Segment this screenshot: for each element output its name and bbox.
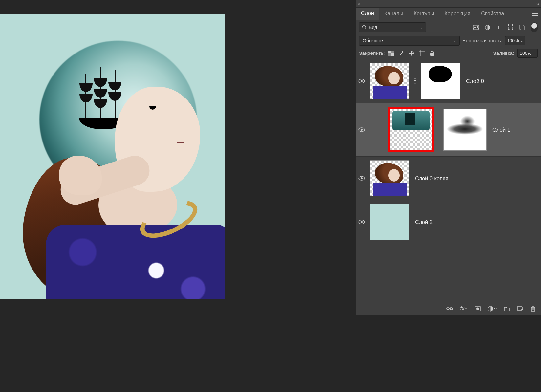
filter-shape-icon[interactable] [508,24,513,30]
opacity-value: 100% [507,38,519,43]
blend-mode-select[interactable]: Обычные ⌄ [359,36,460,46]
svg-rect-10 [508,24,509,26]
svg-rect-13 [512,29,513,30]
svg-line-4 [365,28,367,29]
document-canvas[interactable] [0,14,225,299]
svg-rect-18 [391,53,394,56]
visibility-icon[interactable] [357,176,366,181]
lock-brush-icon[interactable] [398,50,404,56]
fill-label: Заливка: [493,50,514,56]
svg-point-3 [363,25,366,28]
svg-text:T: T [497,25,500,30]
tab-layers[interactable]: Слои [356,8,379,20]
visibility-icon[interactable] [357,220,366,224]
workspace: × ‹‹ Слои Каналы Контуры Коррекция Свойс… [0,0,541,392]
layer-thumbnail[interactable] [370,204,409,240]
svg-point-6 [477,26,478,27]
svg-rect-29 [430,53,434,56]
close-icon[interactable]: × [358,1,360,6]
layer-mask-thumbnail[interactable] [443,109,487,151]
filter-type-icons: T [473,22,538,32]
adjustment-layer-icon[interactable] [488,306,497,312]
blend-opacity-row: Обычные ⌄ Непрозрачность: 100% ⌄ [356,34,541,47]
svg-rect-20 [420,51,424,55]
link-layers-icon[interactable] [446,307,453,311]
layer-row[interactable]: Слой 2 [356,200,541,244]
layer-filter-row: Вид ⌄ T [356,20,541,34]
tab-properties[interactable]: Свойства [476,8,509,20]
svg-point-31 [361,80,363,82]
chevron-down-icon: ⌄ [520,39,523,43]
svg-rect-17 [388,51,391,53]
layer-thumbnail[interactable] [389,109,433,151]
layer-fx-icon[interactable]: fx [460,306,467,312]
new-layer-icon[interactable] [517,306,523,311]
filter-pixel-icon[interactable] [473,25,479,30]
lock-fill-row: Закрепить: Заливка: 100% ⌄ [356,47,541,59]
chevron-down-icon: ⌄ [533,52,535,55]
blend-mode-value: Обычные [363,38,383,43]
layer-name[interactable]: Слой 0 копия [415,175,448,182]
svg-point-37 [361,177,363,179]
filter-kind-label: Вид [369,25,377,30]
svg-point-33 [414,81,416,83]
tab-paths[interactable]: Контуры [408,8,440,20]
svg-point-35 [361,129,363,131]
svg-point-39 [361,221,363,223]
svg-rect-9 [508,25,513,30]
add-mask-icon[interactable] [475,306,481,311]
svg-point-44 [476,307,479,310]
layer-name[interactable]: Слой 0 [466,78,484,84]
new-group-icon[interactable] [504,306,510,311]
delete-layer-icon[interactable] [530,306,536,312]
panel-titlebar: × ‹‹ [356,0,541,8]
opacity-input[interactable]: 100% ⌄ [505,36,525,45]
tab-channels[interactable]: Каналы [379,8,408,20]
filter-type-icon[interactable]: T [496,25,502,30]
filter-toggle[interactable] [531,22,538,32]
artwork-dress [46,225,225,299]
mask-link-icon[interactable] [412,78,418,85]
app-root: × ‹‹ Слои Каналы Контуры Коррекция Свойс… [0,0,541,392]
layer-row[interactable]: Слой 0 копия [356,157,541,200]
layer-thumbnail[interactable] [370,63,409,99]
panel-footer: fx [356,302,541,315]
svg-point-32 [414,78,416,81]
visibility-icon[interactable] [357,127,366,132]
panel-menu-icon[interactable] [529,8,541,20]
chevron-down-icon: ⌄ [420,25,423,30]
svg-rect-5 [473,25,479,30]
artwork-lip [177,142,184,143]
opacity-label: Непрозрачность: [462,38,502,44]
layer-name[interactable]: Слой 2 [415,219,433,225]
lock-label: Закрепить: [359,50,385,56]
layer-row[interactable]: Слой 1 [356,103,541,157]
search-icon [362,25,367,30]
layer-thumbnail[interactable] [370,160,409,196]
fill-value: 100% [520,51,531,56]
svg-point-19 [402,51,403,53]
lock-transparency-icon[interactable] [388,51,394,56]
layer-name[interactable]: Слой 1 [492,127,510,133]
tab-adjustments[interactable]: Коррекция [439,8,476,20]
svg-rect-15 [521,26,525,30]
visibility-icon[interactable] [357,79,366,83]
filter-kind-select[interactable]: Вид ⌄ [359,22,426,32]
fill-input[interactable]: 100% ⌄ [517,49,538,58]
lock-move-icon[interactable] [409,50,415,56]
collapse-icon[interactable]: ‹‹ [536,1,539,6]
svg-rect-12 [508,29,509,30]
layer-row[interactable]: Слой 0 [356,59,541,103]
svg-rect-11 [512,24,513,26]
lock-artboard-icon[interactable] [419,50,425,56]
chevron-down-icon: ⌄ [453,39,456,43]
filter-adjust-icon[interactable] [485,25,490,30]
layer-mask-thumbnail[interactable] [421,63,460,99]
panel-tabs: Слои Каналы Контуры Коррекция Свойства [356,8,541,20]
lock-all-icon[interactable] [430,51,435,56]
layers-panel: × ‹‹ Слои Каналы Контуры Коррекция Свойс… [356,0,541,315]
filter-smart-icon[interactable] [519,25,525,30]
layers-list[interactable]: Слой 0 Слой 1 Слой 0 копия Слой 2 [356,59,541,301]
